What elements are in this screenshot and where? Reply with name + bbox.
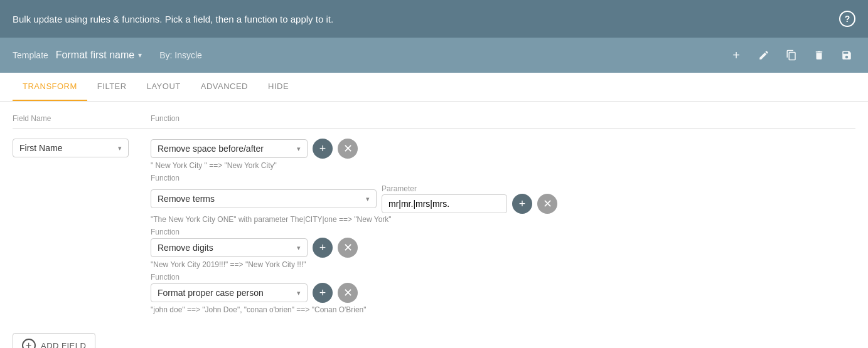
function-1-row: Remove space before/after ▾ + ✕: [151, 139, 855, 159]
function-3-arrow: ▾: [297, 244, 301, 252]
table-header: Field Name Function: [13, 112, 855, 129]
field-name-cell: First Name ▾: [13, 139, 151, 157]
function-3-select[interactable]: Remove digits ▾: [151, 238, 308, 257]
function-3-row: Remove digits ▾ + ✕: [151, 238, 855, 258]
function-1-add-button[interactable]: +: [313, 139, 333, 159]
top-banner: Bulk update using rules & functions. Pic…: [0, 0, 868, 38]
function-4-example: "john doe" ==> "John Doe", "conan o'brie…: [151, 305, 855, 314]
field-row: First Name ▾ Remove space before/after ▾…: [13, 134, 855, 323]
add-field-label: ADD FIELD: [41, 341, 86, 349]
col-header-function: Function: [151, 114, 179, 123]
tab-layout[interactable]: LAYOUT: [137, 73, 191, 101]
function-4-select[interactable]: Format proper case person ▾: [151, 283, 308, 302]
function-3-name: Remove digits: [158, 243, 213, 253]
field-name-value: First Name: [19, 143, 62, 153]
function-2-remove-button[interactable]: ✕: [537, 194, 557, 214]
function-2-param-input[interactable]: [382, 194, 507, 213]
toolbar: Template Format first name ▾ By: Insycle…: [0, 38, 868, 73]
function-1-select[interactable]: Remove space before/after ▾: [151, 139, 308, 158]
function-1-name: Remove space before/after: [158, 144, 264, 154]
function-1-remove-button[interactable]: ✕: [338, 139, 358, 159]
toolbar-by-label: By: Insycle: [159, 50, 202, 60]
function-4-name: Format proper case person: [158, 288, 264, 298]
tab-filter[interactable]: FILTER: [87, 73, 137, 101]
field-name-select[interactable]: First Name ▾: [13, 139, 129, 157]
functions-col: Remove space before/after ▾ + ✕ " New Yo…: [151, 139, 855, 318]
function-2-param-label: Parameter: [382, 184, 507, 193]
toolbar-delete-button[interactable]: [810, 46, 828, 64]
main-content: Field Name Function First Name ▾ Remove …: [0, 102, 868, 348]
function-4-add-button[interactable]: +: [313, 283, 333, 303]
function-3-remove-button[interactable]: ✕: [338, 238, 358, 258]
function-3-block: Function Remove digits ▾ + ✕ "New York C…: [151, 228, 855, 269]
template-name: Format first name: [56, 50, 134, 61]
function-2-example: "The New York City ONE" with parameter T…: [151, 215, 855, 224]
tab-transform[interactable]: TRANSFORM: [13, 73, 87, 101]
function-3-add-button[interactable]: +: [313, 238, 333, 258]
toolbar-actions: +: [727, 46, 855, 64]
function-3-example: "New York City 2019!!!" ==> "New York Ci…: [151, 260, 855, 269]
function-4-row: Format proper case person ▾ + ✕: [151, 283, 855, 303]
toolbar-add-button[interactable]: +: [727, 46, 745, 64]
function-2-label: Function: [151, 174, 855, 182]
tab-advanced[interactable]: ADVANCED: [191, 73, 258, 101]
function-4-remove-button[interactable]: ✕: [338, 283, 358, 303]
banner-text: Bulk update using rules & functions. Pic…: [13, 14, 333, 24]
add-field-button[interactable]: + ADD FIELD: [13, 333, 95, 348]
help-icon[interactable]: ?: [839, 11, 855, 27]
col-header-field-name: Field Name: [13, 114, 151, 123]
function-1-example: " New York City " ==> "New York City": [151, 161, 855, 170]
function-2-select[interactable]: Remove terms ▾: [151, 189, 377, 208]
function-4-block: Function Format proper case person ▾ + ✕…: [151, 273, 855, 314]
function-2-name: Remove terms: [158, 194, 215, 204]
tab-hide[interactable]: HIDE: [258, 73, 299, 101]
function-4-label: Function: [151, 273, 855, 282]
field-name-arrow: ▾: [118, 144, 122, 152]
function-2-add-button[interactable]: +: [512, 194, 532, 214]
toolbar-save-button[interactable]: [838, 46, 855, 64]
toolbar-template-label: Template: [13, 50, 48, 60]
function-2-params-row: Remove terms ▾ Parameter + ✕: [151, 184, 855, 214]
add-field-plus-icon: +: [22, 339, 36, 348]
template-select[interactable]: Format first name ▾: [56, 50, 142, 61]
toolbar-edit-button[interactable]: [755, 46, 773, 64]
function-1-block: Remove space before/after ▾ + ✕ " New Yo…: [151, 139, 855, 170]
toolbar-copy-button[interactable]: [783, 46, 800, 64]
function-3-label: Function: [151, 228, 855, 236]
template-dropdown-arrow: ▾: [138, 51, 142, 60]
tabs-bar: TRANSFORM FILTER LAYOUT ADVANCED HIDE: [0, 73, 868, 102]
function-2-arrow: ▾: [366, 195, 370, 203]
function-4-arrow: ▾: [297, 289, 301, 297]
function-2-block: Function Remove terms ▾ Parameter + ✕: [151, 174, 855, 224]
function-2-select-col: Remove terms ▾: [151, 189, 377, 208]
function-1-arrow: ▾: [297, 145, 301, 153]
function-2-param-col: Parameter: [382, 184, 507, 213]
